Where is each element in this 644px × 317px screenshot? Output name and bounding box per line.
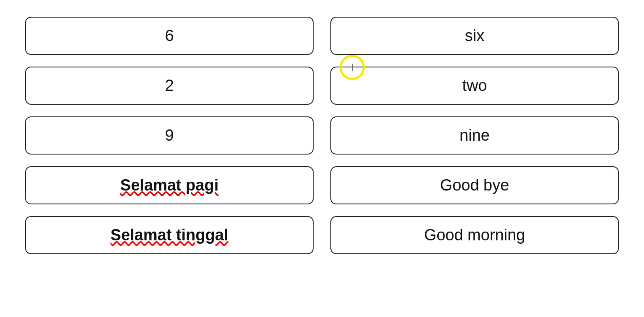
card-selamat-pagi-text: Selamat pagi <box>120 176 218 194</box>
card-two-text: two <box>462 77 487 95</box>
cursor-indicator <box>340 55 365 80</box>
card-selamat-pagi[interactable]: Selamat pagi <box>25 166 314 204</box>
left-column: 6 2 9 Selamat pagi Selamat tinggal <box>25 13 314 304</box>
card-good-morning-text: Good morning <box>424 226 525 244</box>
card-2[interactable]: 2 <box>25 67 314 105</box>
card-2-text: 2 <box>165 77 174 95</box>
right-column: six two nine Good bye Good morning <box>330 13 619 304</box>
card-two[interactable]: two <box>330 67 619 105</box>
card-9[interactable]: 9 <box>25 116 314 155</box>
card-selamat-tinggal-text: Selamat tinggal <box>111 226 229 244</box>
card-9-text: 9 <box>165 126 174 144</box>
card-good-morning[interactable]: Good morning <box>330 216 619 254</box>
card-6[interactable]: 6 <box>25 17 314 55</box>
card-six[interactable]: six <box>330 17 619 55</box>
card-selamat-tinggal[interactable]: Selamat tinggal <box>25 216 314 254</box>
card-nine[interactable]: nine <box>330 116 619 155</box>
card-6-text: 6 <box>165 27 174 45</box>
card-good-bye[interactable]: Good bye <box>330 166 619 204</box>
main-container: 6 2 9 Selamat pagi Selamat tinggal six t… <box>0 0 644 317</box>
cursor-line <box>352 64 353 71</box>
card-good-bye-text: Good bye <box>440 176 509 194</box>
card-nine-text: nine <box>460 126 490 144</box>
card-six-text: six <box>465 27 484 45</box>
